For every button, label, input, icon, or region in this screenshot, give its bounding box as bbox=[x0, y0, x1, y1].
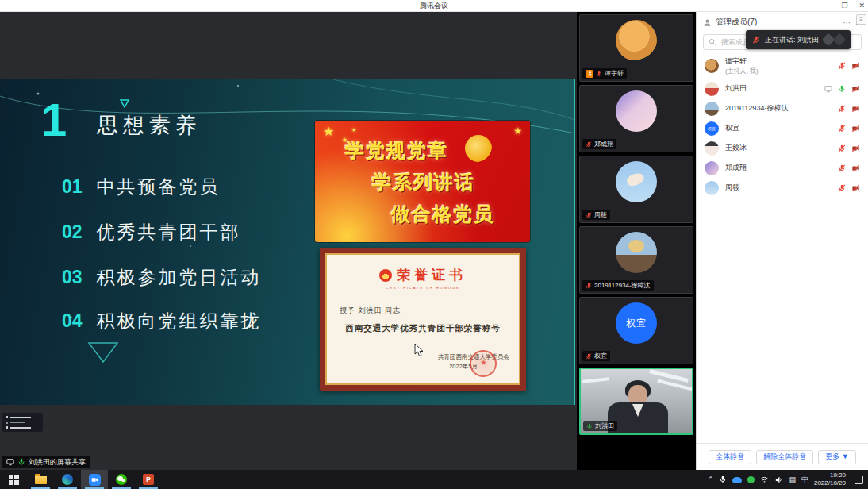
member-row[interactable]: 周筱 bbox=[697, 178, 868, 198]
video-tile[interactable]: 谭宇轩 bbox=[579, 14, 693, 82]
mic-muted-icon bbox=[586, 353, 592, 360]
mic-on-icon bbox=[586, 423, 593, 429]
shared-screen-stage: 1 思想素养 01 中共预备党员 02 优秀共青团干部 03 积极参加党日活动 … bbox=[0, 12, 577, 470]
tray-mic-icon[interactable] bbox=[719, 476, 727, 483]
camera-off-icon[interactable] bbox=[851, 144, 860, 152]
close-button[interactable]: ✕ bbox=[858, 0, 865, 12]
slide-list-item: 04 积极向党组织靠拢 bbox=[62, 309, 262, 333]
speaking-toast: 正在讲话: 刘洪田 bbox=[746, 30, 851, 49]
unmute-all-button[interactable]: 解除全体静音 bbox=[756, 450, 813, 464]
member-row[interactable]: 王姣冰 bbox=[697, 138, 868, 158]
avatar bbox=[616, 161, 657, 202]
camera-off-icon[interactable] bbox=[851, 62, 860, 70]
panel-more-button[interactable]: ⋯ bbox=[843, 18, 851, 27]
ime-pen-icon[interactable]: ▤ bbox=[789, 476, 796, 483]
ime-language-indicator[interactable]: 中 bbox=[801, 475, 808, 485]
avatar bbox=[616, 232, 657, 273]
camera-off-icon[interactable] bbox=[851, 105, 860, 113]
tencent-meeting-window: 腾讯会议 – ❐ ✕ bbox=[0, 0, 868, 489]
camera-off-icon[interactable] bbox=[851, 85, 860, 93]
tile-name: 郑成翔 bbox=[594, 140, 613, 148]
mic-muted-icon[interactable] bbox=[838, 144, 846, 152]
taskbar-clock[interactable]: 19:20 2022/10/20 bbox=[814, 472, 846, 487]
tile-name: 周筱 bbox=[594, 210, 607, 219]
tencent-meeting-taskbar-button[interactable] bbox=[81, 470, 108, 489]
tray-chevron-icon[interactable]: ⌃ bbox=[708, 476, 714, 483]
mic-muted-icon[interactable] bbox=[838, 184, 846, 192]
screen-share-icon bbox=[824, 85, 832, 93]
member-row[interactable]: 权宜 权宜 bbox=[697, 118, 868, 138]
mic-muted-icon[interactable] bbox=[838, 164, 846, 172]
more-button[interactable]: 更多 ▼ bbox=[818, 450, 855, 464]
speaking-toast-text: 正在讲话: 刘洪田 bbox=[765, 35, 819, 45]
cloud-drive-icon[interactable] bbox=[732, 477, 742, 483]
camera-off-icon[interactable] bbox=[851, 125, 860, 133]
mic-muted-icon bbox=[586, 212, 592, 218]
video-tile[interactable]: 郑成翔 bbox=[579, 85, 693, 152]
video-tile[interactable]: 权宜 权宜 bbox=[579, 297, 693, 364]
system-tray: ⌃ ▤ 中 19:20 2022/10/20 bbox=[708, 470, 868, 489]
file-explorer-button[interactable] bbox=[27, 470, 54, 489]
panel-footer: 全体静音 解除全体静音 更多 ▼ bbox=[697, 443, 868, 470]
window-titlebar: 腾讯会议 – ❐ ✕ bbox=[0, 0, 868, 12]
mic-muted-icon bbox=[586, 141, 592, 148]
avatar bbox=[705, 141, 719, 156]
action-center-icon[interactable] bbox=[855, 476, 863, 484]
mic-on-icon[interactable] bbox=[838, 85, 846, 93]
member-row[interactable]: 郑成翔 bbox=[697, 158, 868, 178]
search-icon bbox=[709, 38, 716, 46]
monitor-icon bbox=[6, 458, 14, 466]
video-tile[interactable]: 2019112934-徐樟汰 bbox=[579, 226, 693, 294]
avatar bbox=[705, 82, 719, 96]
tile-name: 权宜 bbox=[594, 352, 607, 360]
wechat-tray-icon[interactable] bbox=[747, 476, 755, 483]
volume-icon[interactable] bbox=[774, 476, 783, 484]
member-row[interactable]: 谭宇轩 (主持人, 我) bbox=[697, 53, 868, 79]
mic-muted-icon bbox=[596, 71, 602, 77]
avatar bbox=[705, 181, 719, 195]
camera-off-icon[interactable] bbox=[851, 184, 860, 192]
member-list: 谭宇轩 (主持人, 我) 刘洪田 bbox=[697, 53, 868, 198]
member-row[interactable]: 2019112934-徐樟汰 bbox=[697, 98, 868, 118]
slide-title: 思想素养 bbox=[97, 111, 202, 140]
wifi-icon[interactable] bbox=[760, 476, 769, 484]
camera-off-icon[interactable] bbox=[851, 164, 860, 172]
powerpoint-icon: P bbox=[143, 474, 154, 485]
video-tile[interactable]: 周筱 bbox=[579, 156, 693, 223]
party-banner-image: ★ ★ ★ ★ 学党规党章 学系列讲话 做合格党员 bbox=[315, 121, 530, 242]
panel-corner-handle[interactable]: ≡ bbox=[856, 14, 866, 25]
edge-icon bbox=[62, 474, 73, 485]
minimize-button[interactable]: – bbox=[826, 0, 830, 12]
members-icon bbox=[703, 18, 712, 27]
mute-all-button[interactable]: 全体静音 bbox=[709, 450, 751, 464]
mic-muted-icon[interactable] bbox=[838, 125, 846, 133]
member-row[interactable]: 刘洪田 bbox=[697, 79, 868, 98]
powerpoint-button[interactable]: P bbox=[135, 470, 162, 489]
slide-section-number: 1 bbox=[41, 97, 67, 143]
slide-outline-widget bbox=[2, 413, 43, 432]
avatar bbox=[705, 161, 719, 175]
wechat-button[interactable] bbox=[108, 470, 135, 489]
mic-muted-icon[interactable] bbox=[838, 105, 846, 113]
slide-list-item: 03 积极参加党日活动 bbox=[62, 265, 262, 290]
panel-title: 管理成员(7) bbox=[716, 17, 839, 28]
league-emblem-icon bbox=[379, 269, 392, 282]
video-tile-active-speaker[interactable]: 刘洪田 bbox=[579, 368, 693, 435]
folder-icon bbox=[35, 476, 47, 484]
mic-muted-icon bbox=[586, 283, 592, 289]
avatar: 权宜 bbox=[705, 121, 719, 136]
video-thumbnail-strip: 谭宇轩 郑成翔 周筱 bbox=[577, 12, 696, 470]
start-button[interactable] bbox=[0, 470, 27, 489]
toast-decor-shape bbox=[833, 33, 847, 47]
windows-taskbar: P ⌃ ▤ 中 19:20 2022/10/20 bbox=[0, 470, 868, 489]
avatar bbox=[705, 102, 719, 116]
mic-muted-icon[interactable] bbox=[838, 62, 846, 70]
avatar bbox=[616, 20, 657, 61]
mic-muted-icon bbox=[752, 36, 760, 44]
screen-share-status: 刘洪田的屏幕共享 bbox=[2, 456, 90, 468]
tile-name: 谭宇轩 bbox=[605, 69, 624, 78]
edge-button[interactable] bbox=[54, 470, 81, 489]
tile-name: 2019112934-徐樟汰 bbox=[594, 281, 651, 290]
tile-name: 刘洪田 bbox=[595, 422, 614, 430]
maximize-button[interactable]: ❐ bbox=[841, 0, 847, 12]
